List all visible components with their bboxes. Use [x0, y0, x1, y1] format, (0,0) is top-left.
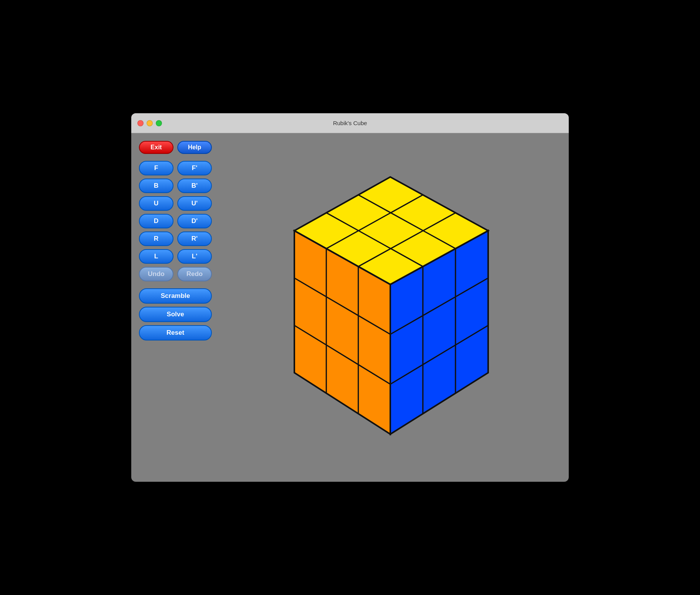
f-row: F F': [139, 161, 212, 175]
titlebar: Rubik's Cube: [131, 113, 569, 133]
undo-button[interactable]: Undo: [139, 267, 173, 281]
action-buttons: Scramble Solve Reset: [139, 288, 212, 340]
f-button[interactable]: F: [139, 161, 173, 175]
u-prime-button[interactable]: U': [177, 196, 212, 211]
r-prime-button[interactable]: R': [177, 231, 212, 246]
cube-display: [220, 141, 561, 474]
b-row: B B': [139, 178, 212, 193]
titlebar-controls: [137, 120, 162, 126]
scramble-button[interactable]: Scramble: [139, 288, 212, 304]
u-button[interactable]: U: [139, 196, 173, 211]
r-button[interactable]: R: [139, 231, 173, 246]
d-row: D D': [139, 214, 212, 228]
r-row: R R': [139, 231, 212, 246]
l-prime-button[interactable]: L': [177, 249, 212, 264]
top-buttons: Exit Help: [139, 141, 212, 154]
minimize-button[interactable]: [147, 120, 153, 126]
f-prime-button[interactable]: F': [177, 161, 212, 175]
redo-button[interactable]: Redo: [177, 267, 212, 281]
d-button[interactable]: D: [139, 214, 173, 228]
window-title: Rubik's Cube: [333, 120, 367, 126]
b-button[interactable]: B: [139, 178, 173, 193]
maximize-button[interactable]: [156, 120, 162, 126]
d-prime-button[interactable]: D': [177, 214, 212, 228]
undo-redo-row: Undo Redo: [139, 267, 212, 281]
u-row: U U': [139, 196, 212, 211]
left-panel: Exit Help F F' B B' U U' D: [139, 141, 212, 474]
app-window: Rubik's Cube Exit Help F F' B B': [131, 113, 569, 482]
close-button[interactable]: [137, 120, 144, 126]
l-button[interactable]: L: [139, 249, 173, 264]
b-prime-button[interactable]: B': [177, 178, 212, 193]
l-row: L L': [139, 249, 212, 264]
move-buttons-grid: F F' B B' U U' D D' R R': [139, 161, 212, 281]
reset-button[interactable]: Reset: [139, 325, 212, 340]
main-content: Exit Help F F' B B' U U' D: [131, 133, 569, 482]
rubiks-cube-svg: [252, 169, 528, 446]
help-button[interactable]: Help: [177, 141, 212, 154]
solve-button[interactable]: Solve: [139, 307, 212, 322]
exit-button[interactable]: Exit: [139, 141, 173, 154]
